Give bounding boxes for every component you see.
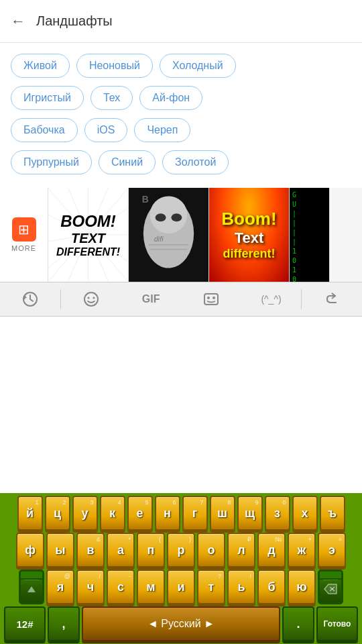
- key-main: м: [146, 581, 155, 593]
- svg-text:difi: difi: [154, 235, 164, 243]
- tags-section: Живой Неоновый Холодный Игристый Тех Ай-…: [0, 43, 362, 188]
- key-е[interactable]: 5 е: [127, 496, 153, 531]
- key-ш[interactable]: 8 ш: [210, 496, 235, 531]
- key-д[interactable]: № д: [257, 533, 286, 568]
- key-sub: 7: [200, 499, 203, 506]
- tag-chip[interactable]: Бабочка: [11, 118, 78, 142]
- period-key[interactable]: .: [282, 606, 314, 641]
- toolbar-emoji-icon[interactable]: [61, 282, 121, 316]
- tag-chip[interactable]: iOS: [84, 118, 128, 142]
- toolbar-kaomoji-icon[interactable]: (^_^): [241, 282, 302, 316]
- tag-chip[interactable]: Живой: [11, 54, 70, 78]
- shift-key[interactable]: [19, 570, 44, 604]
- key-э[interactable]: » э: [318, 533, 346, 568]
- key-sub: 1: [35, 499, 38, 506]
- toolbar-undo-icon[interactable]: [302, 282, 362, 316]
- key-sub: *: [128, 536, 131, 543]
- key-б[interactable]: б: [257, 570, 286, 604]
- tag-chip[interactable]: Золотой: [162, 150, 229, 174]
- key-т[interactable]: ? т: [197, 570, 225, 604]
- key-sub: 0: [282, 499, 286, 506]
- key-sub: 6: [172, 499, 176, 506]
- key-sub: 9: [255, 499, 258, 506]
- key-sub: -: [129, 573, 131, 580]
- key-main: д: [267, 544, 275, 556]
- more-icon: [12, 217, 36, 241]
- tags-row-3: Бабочка iOS Череп: [11, 118, 351, 142]
- tag-chip[interactable]: Тех: [90, 86, 133, 110]
- key-main: т: [208, 581, 215, 593]
- more-stickers-button[interactable]: MORE: [0, 188, 48, 282]
- toolbar-recent-icon[interactable]: [0, 282, 60, 316]
- key-main: я: [57, 581, 64, 593]
- key-о[interactable]: о: [197, 533, 225, 568]
- key-й[interactable]: 1 й: [17, 496, 43, 531]
- key-х[interactable]: х: [292, 496, 318, 531]
- key-п[interactable]: ( п: [137, 533, 165, 568]
- tag-chip[interactable]: Холодный: [160, 54, 236, 78]
- key-и[interactable]: и: [167, 570, 195, 604]
- tag-chip[interactable]: Синий: [99, 150, 156, 174]
- sticker-item[interactable]: GU||||1010: [290, 188, 330, 282]
- toolbar-gif-label[interactable]: GIF: [121, 282, 181, 316]
- key-sub: @: [64, 573, 70, 580]
- done-key[interactable]: Готово: [316, 606, 358, 641]
- key-у[interactable]: 3 у: [72, 496, 98, 531]
- space-key[interactable]: ◄ Русский ►: [82, 606, 280, 641]
- key-sub: 8: [227, 499, 231, 506]
- key-л[interactable]: ₽ л: [227, 533, 255, 568]
- tag-chip[interactable]: Пурпурный: [11, 150, 92, 174]
- key-р[interactable]: ) р: [167, 533, 195, 568]
- key-main: и: [177, 581, 184, 593]
- key-в[interactable]: & в: [76, 533, 105, 568]
- key-sub: (: [159, 536, 161, 543]
- numbers-key[interactable]: 12#: [4, 606, 46, 641]
- sticker-scroll[interactable]: BOOM! TEXT DIFFERENT! B difi: [48, 188, 362, 282]
- key-ж[interactable]: + ж: [288, 533, 316, 568]
- key-с[interactable]: - с: [107, 570, 135, 604]
- key-main: ъ: [328, 507, 337, 519]
- keyboard-area: 1 й 2 ц 3 у 4 к 5 е 6 н: [0, 493, 362, 644]
- key-main: е: [136, 507, 143, 519]
- keyboard-toolbar: GIF (^_^): [0, 282, 362, 317]
- key-main: о: [208, 544, 215, 556]
- key-к[interactable]: 4 к: [100, 496, 125, 531]
- key-г[interactable]: 7 г: [182, 496, 208, 531]
- key-sub: 3: [90, 499, 93, 506]
- key-н[interactable]: 6 н: [155, 496, 180, 531]
- comma-key[interactable]: ,: [48, 606, 80, 641]
- svg-rect-28: [204, 294, 218, 305]
- key-з[interactable]: 0 з: [265, 496, 290, 531]
- key-ю[interactable]: ю: [288, 570, 316, 604]
- tag-chip[interactable]: Игристый: [11, 86, 84, 110]
- sticker-item[interactable]: B difi: [129, 188, 209, 282]
- key-ы[interactable]: ы: [46, 533, 74, 568]
- key-sub: /: [99, 573, 101, 580]
- keyboard-row-1: 1 й 2 ц 3 у 4 к 5 е 6 н: [2, 496, 360, 531]
- key-main: ц: [54, 507, 61, 519]
- sticker-item[interactable]: BOOM! TEXT DIFFERENT!: [48, 188, 129, 282]
- key-ъ[interactable]: ъ: [320, 496, 345, 531]
- key-я[interactable]: @ я: [46, 570, 74, 604]
- backspace-key[interactable]: [318, 570, 343, 604]
- tag-chip[interactable]: Неоновый: [76, 54, 153, 78]
- key-щ[interactable]: 9 щ: [237, 496, 263, 531]
- key-sub: №: [275, 536, 282, 543]
- toolbar-sticker-icon[interactable]: [181, 282, 241, 316]
- svg-text:B: B: [142, 194, 149, 205]
- key-sub: 5: [145, 499, 148, 506]
- key-sub: 2: [62, 499, 66, 506]
- sticker-item[interactable]: Boom! Text different!: [209, 188, 290, 282]
- key-ь[interactable]: ! ь: [227, 570, 255, 604]
- keyboard-row-3: @ я / ч - с м и ? т ! ь: [2, 570, 360, 604]
- tags-row-4: Пурпурный Синий Золотой: [11, 150, 351, 174]
- back-button[interactable]: ←: [11, 13, 25, 30]
- tag-chip[interactable]: Ай-фон: [139, 86, 202, 110]
- tag-chip[interactable]: Череп: [134, 118, 190, 142]
- key-ф[interactable]: ф: [16, 533, 44, 568]
- key-а[interactable]: * а: [107, 533, 135, 568]
- key-м[interactable]: м: [137, 570, 165, 604]
- key-main: в: [86, 544, 94, 556]
- key-ц[interactable]: 2 ц: [45, 496, 70, 531]
- key-ч[interactable]: / ч: [76, 570, 105, 604]
